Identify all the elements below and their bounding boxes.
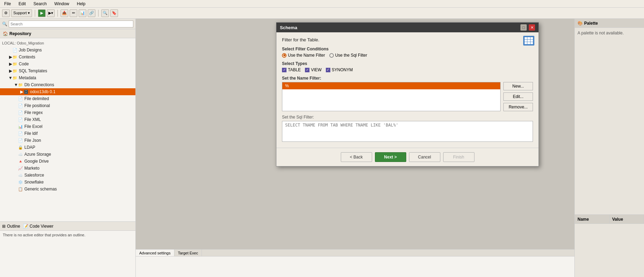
checkbox-synonym[interactable]: SYNONYM [326, 67, 353, 72]
checkbox-view[interactable]: VIEW [305, 67, 322, 72]
tree-arrow: ▼ [14, 82, 18, 87]
cancel-button[interactable]: Cancel [409, 152, 440, 162]
name-value-header: Name Value [575, 215, 644, 224]
sidebar-item-metadata[interactable]: ▼ 📁 Metadata [0, 74, 135, 81]
checkbox-view-box[interactable] [305, 68, 309, 72]
name-filter-area: % New... Edit... Remove... [282, 82, 533, 111]
menu-search[interactable]: Search [32, 1, 48, 7]
toolbar-run2[interactable]: ▶▾ [47, 9, 55, 17]
sidebar-item-google-drive[interactable]: 🔺 Google Drive [0, 158, 135, 165]
sidebar-item-file-json[interactable]: 📄 File Json [0, 137, 135, 144]
remove-filter-button[interactable]: Remove... [503, 103, 533, 111]
file-regex-icon: 📄 [18, 111, 23, 115]
grid-cell [527, 40, 530, 42]
toolbar-btn-8[interactable]: 🔖 [110, 9, 118, 17]
sidebar-item-file-delimited[interactable]: 📄 File delimited [0, 95, 135, 102]
edit-filter-button[interactable]: Edit... [503, 92, 533, 101]
menu-edit[interactable]: Edit [17, 1, 27, 7]
filter-list-item-percent[interactable]: % [282, 82, 500, 89]
file-positional-icon: 📄 [18, 104, 23, 108]
toolbar-btn-3[interactable]: 📥 [61, 9, 68, 17]
grid-icon [523, 36, 534, 46]
tab-advanced-settings[interactable]: Advanced settings [136, 250, 174, 256]
menu-file[interactable]: File [3, 1, 12, 7]
sidebar-item-marketo[interactable]: 📈 Marketo [0, 165, 135, 172]
tab-outline[interactable]: ⊞ Outline [2, 224, 20, 229]
grid-cell [525, 40, 527, 42]
tree-arrow [14, 159, 18, 164]
tree-panel: LOCAL: Odoo_Migration 📄 Job Designs ▶ 📁 … [0, 38, 135, 221]
menu-help[interactable]: Help [76, 1, 87, 7]
toolbar-btn-4[interactable]: ✏ [70, 9, 77, 17]
tab-code-viewer[interactable]: 📝 Code Viewer [23, 224, 53, 229]
checkbox-table[interactable]: TABLE [282, 67, 301, 72]
checkbox-table-box[interactable] [282, 68, 286, 72]
sidebar-item-contexts[interactable]: ▶ 📁 Contexts [0, 54, 135, 60]
outline-tabs: ⊞ Outline 📝 Code Viewer [0, 222, 135, 231]
tree-arrow: ▼ [8, 75, 13, 80]
toolbar-btn-1[interactable]: ⚙ [2, 9, 10, 17]
new-filter-button[interactable]: New... [503, 82, 533, 90]
sidebar: 🔍 🏠 Repository LOCAL: Odoo_Migration 📄 J… [0, 19, 136, 277]
toolbar-btn-6[interactable]: 🔗 [88, 9, 95, 17]
menu-window[interactable]: Window [53, 1, 71, 7]
sidebar-item-code[interactable]: ▶ 📁 Code [0, 60, 135, 67]
repo-header: 🏠 Repository [0, 29, 135, 38]
menu-bar: File Edit Search Window Help [0, 0, 644, 8]
sidebar-item-salesforce[interactable]: ☁️ Salesforce [0, 172, 135, 179]
back-button[interactable]: < Back [341, 152, 372, 162]
sidebar-item-azure[interactable]: ☁️ Azure Storage [0, 151, 135, 158]
center-bottom-content [136, 256, 574, 259]
db-connections-icon: 📁 [18, 83, 23, 87]
schema-modal: Schema □ ✕ [276, 22, 539, 166]
toolbar-support[interactable]: Support ▾ [11, 9, 32, 17]
modal-titlebar: Schema □ ✕ [276, 23, 539, 32]
sidebar-item-file-ldif[interactable]: 📄 File ldif [0, 130, 135, 137]
sql-filter-label: Set the Sql Filter: [282, 115, 533, 120]
grid-icon-container [523, 36, 534, 46]
sidebar-item-ldap[interactable]: 🔒 LDAP [0, 144, 135, 151]
radio-dot-name[interactable] [282, 53, 286, 58]
sidebar-item-job-designs[interactable]: 📄 Job Designs [0, 47, 135, 54]
checkbox-group: TABLE VIEW SYNONYM [282, 67, 533, 72]
radio-group: Use the Name Filter Use the Sql Filter [282, 53, 533, 58]
local-label: LOCAL: Odoo_Migration [0, 40, 135, 47]
sidebar-item-file-excel[interactable]: 📊 File Excel [0, 123, 135, 130]
checkbox-synonym-box[interactable] [326, 68, 330, 72]
modal-close-button[interactable]: ✕ [529, 24, 535, 31]
radio-sql-filter[interactable]: Use the Sql Filter [329, 53, 367, 58]
grid-cell [525, 42, 527, 44]
odoo13db-icon: 🗄️ [24, 90, 29, 94]
toolbar-btn-5[interactable]: 📊 [79, 9, 86, 17]
file-delimited-icon: 📄 [18, 97, 23, 101]
modal-footer: < Back Next > Cancel Finish [276, 148, 539, 166]
sidebar-item-snowflake[interactable]: ❄️ Snowflake [0, 179, 135, 186]
tab-target-exec[interactable]: Target Exec [174, 250, 202, 256]
modal-minimize-button[interactable]: □ [520, 24, 527, 31]
finish-button[interactable]: Finish [443, 152, 474, 162]
sidebar-item-file-positional[interactable]: 📄 File positional [0, 102, 135, 109]
tree-arrow [14, 152, 18, 157]
outline-content: There is no active editor that provides … [0, 231, 135, 277]
sidebar-item-sql-templates[interactable]: ▶ 📁 SQL Templates [0, 67, 135, 74]
search-icon: 🔍 [2, 22, 7, 26]
toolbar-divider-2 [57, 10, 58, 17]
sql-textarea[interactable] [282, 121, 533, 142]
sidebar-item-file-xml[interactable]: 📄 File XML [0, 116, 135, 123]
right-panel: 🎨 Palette A palette is not available. Na… [574, 19, 644, 277]
sidebar-item-odoo13db[interactable]: ▶ 🗄️ odoo13db 0.1 [0, 88, 135, 95]
palette-content: A palette is not available. [575, 28, 644, 214]
tree-arrow: ▶ [8, 68, 13, 73]
radio-dot-sql[interactable] [329, 53, 334, 58]
sidebar-item-db-connections[interactable]: ▼ 📁 Db Connections [0, 81, 135, 88]
radio-name-filter[interactable]: Use the Name Filter [282, 53, 325, 58]
sidebar-item-file-regex[interactable]: 📄 File regex [0, 109, 135, 116]
tree-arrow [14, 110, 18, 115]
sidebar-item-generic-schemas[interactable]: 📋 Generic schemas [0, 186, 135, 193]
toolbar-btn-7[interactable]: 🔍 [101, 9, 109, 17]
next-button[interactable]: Next > [375, 152, 406, 162]
toolbar-run[interactable]: ▶ [38, 9, 46, 17]
search-input[interactable] [9, 21, 133, 27]
name-col: Name [575, 215, 610, 223]
file-excel-icon: 📊 [18, 124, 23, 129]
